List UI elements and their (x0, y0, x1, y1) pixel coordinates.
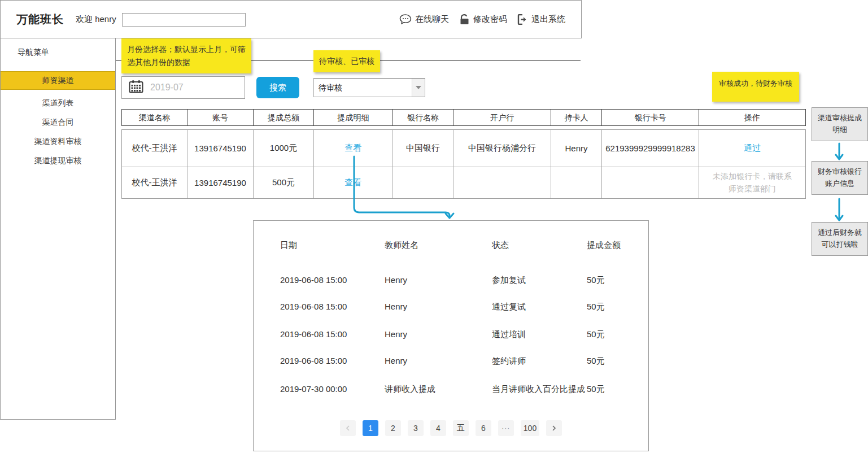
header-search-input[interactable] (122, 13, 246, 27)
sidebar: 导航菜单 师资渠道 渠道列表 渠道合同 渠道资料审核 渠道提现审核 (0, 38, 116, 420)
detail-header-amount: 提成金额 (587, 240, 637, 251)
status-dropdown[interactable]: 待审核 (313, 78, 425, 97)
pagination-page-100[interactable]: 100 (521, 420, 539, 436)
detail-cell-status: 当月讲师收入百分比提成 (492, 384, 587, 395)
pagination: 1 2 3 4 五 6 ··· 100 (254, 420, 648, 436)
commission-detail-panel: 日期 教师姓名 状态 提成金额 2019-06-08 15:00 Henry 参… (253, 220, 649, 451)
column-header-branch: 开户行 (453, 110, 551, 125)
detail-cell-teacher: 讲师收入提成 (385, 384, 492, 395)
pagination-page-6[interactable]: 6 (476, 420, 491, 436)
detail-arrowhead (446, 214, 453, 218)
online-chat-button[interactable]: 在线聊天 (399, 14, 449, 25)
sidebar-menu: 师资渠道 渠道列表 渠道合同 渠道资料审核 渠道提现审核 (1, 71, 115, 170)
pagination-ellipsis[interactable]: ··· (498, 420, 514, 436)
audit-success-note: 审核成功，待财务审核 (712, 72, 799, 102)
logout-icon (517, 14, 528, 25)
sidebar-item-teacher-channel[interactable]: 师资渠道 (1, 71, 115, 90)
logout-button[interactable]: 退出系统 (517, 14, 565, 25)
view-detail-link[interactable]: 查看 (345, 177, 362, 188)
pagination-page-5[interactable]: 五 (453, 420, 469, 436)
detail-cell-amount: 50元 (587, 356, 637, 367)
cell-bank: 中国银行 (393, 130, 453, 167)
sidebar-title: 导航菜单 (1, 38, 115, 58)
sidebar-item-channel-info-audit[interactable]: 渠道资料审核 (1, 132, 115, 151)
cell-account: 13916745190 (187, 167, 254, 198)
sidebar-item-channel-contract[interactable]: 渠道合同 (1, 112, 115, 132)
detail-cell-amount: 50元 (587, 384, 637, 395)
change-password-button[interactable]: 修改密码 (459, 14, 507, 25)
cell-holder: Henry (551, 130, 602, 167)
sidebar-item-channel-withdraw-audit[interactable]: 渠道提现审核 (1, 151, 115, 170)
detail-cell-date: 2019-06-08 15:00 (280, 356, 385, 367)
cell-branch: 中国银行杨浦分行 (453, 130, 551, 167)
status-filter-note: 待审核、已审核 (313, 50, 380, 72)
detail-row: 2019-06-08 15:00 Henry 参加复试 50元 (280, 275, 637, 286)
chevron-down-icon (416, 86, 421, 89)
column-header-bank: 银行名称 (393, 110, 453, 125)
column-header-channel: 渠道名称 (122, 110, 187, 125)
column-header-action: 操作 (699, 110, 805, 125)
detail-cell-amount: 50元 (587, 329, 637, 340)
detail-row: 2019-07-30 00:00 讲师收入提成 当月讲师收入百分比提成 50元 (280, 384, 637, 395)
chevron-left-icon (345, 425, 351, 432)
change-password-label: 修改密码 (473, 14, 507, 25)
pagination-page-4[interactable]: 4 (430, 420, 446, 436)
sidebar-item-channel-list[interactable]: 渠道列表 (1, 93, 115, 112)
dropdown-caret-button[interactable] (412, 79, 425, 97)
cell-card-number: 6219399929999918283 (602, 130, 699, 167)
detail-cell-amount: 50元 (587, 302, 637, 312)
status-dropdown-value: 待审核 (314, 79, 412, 97)
channel-table-body: 校代-王洪洋 13916745190 1000元 查看 中国银行 中国银行杨浦分… (121, 129, 806, 199)
detail-row: 2019-06-08 15:00 Henry 通过培训 50元 (280, 329, 637, 340)
column-header-card: 银行卡号 (602, 110, 699, 125)
column-header-holder: 持卡人 (551, 110, 602, 125)
detail-header-date: 日期 (280, 240, 385, 251)
cell-holder (551, 167, 602, 198)
detail-cell-date: 2019-06-08 15:00 (280, 302, 385, 312)
detail-cell-teacher: Henry (385, 302, 492, 312)
column-header-account: 账号 (187, 110, 254, 125)
column-header-detail: 提成明细 (314, 110, 393, 125)
pagination-page-1[interactable]: 1 (363, 420, 378, 436)
pagination-prev-button[interactable] (340, 420, 356, 436)
app-title: 万能班长 (16, 1, 64, 38)
detail-cell-amount: 50元 (587, 275, 637, 286)
flow-arrowhead-1 (836, 155, 843, 159)
chevron-right-icon (551, 425, 557, 432)
detail-cell-date: 2019-07-30 00:00 (280, 384, 385, 395)
pagination-next-button[interactable] (546, 420, 562, 436)
calendar-icon (122, 80, 149, 95)
detail-cell-status: 通过复试 (492, 302, 587, 312)
welcome-text: 欢迎 henry (76, 1, 116, 38)
month-picker-note: 月份选择器；默认显示上月，可筛选其他月份的数据 (121, 38, 251, 73)
flow-step-finance-audit: 财务审核银行账户信息 (812, 161, 868, 195)
logout-label: 退出系统 (531, 14, 565, 25)
pagination-page-2[interactable]: 2 (385, 420, 401, 436)
cell-channel-name: 校代-王洪洋 (122, 130, 187, 167)
view-detail-link[interactable]: 查看 (345, 143, 362, 154)
top-header-bar: 万能班长 欢迎 henry 在线聊天 修改密码 退出系统 (0, 0, 582, 38)
detail-header-teacher: 教师姓名 (385, 240, 492, 251)
detail-cell-status: 签约讲师 (492, 356, 587, 367)
detail-table-header: 日期 教师姓名 状态 提成金额 (280, 240, 637, 251)
flow-step-audit-commission: 渠道审核提成明细 (812, 107, 868, 141)
cell-account: 13916745190 (187, 130, 254, 167)
pagination-page-3[interactable]: 3 (408, 420, 424, 436)
detail-cell-date: 2019-06-08 15:00 (280, 275, 385, 286)
detail-row: 2019-06-08 15:00 Henry 通过复试 50元 (280, 302, 637, 312)
detail-cell-teacher: Henry (385, 356, 492, 367)
month-picker-field[interactable] (121, 76, 245, 99)
detail-cell-date: 2019-06-08 15:00 (280, 329, 385, 340)
search-button[interactable]: 搜索 (256, 77, 299, 98)
flow-step-payout: 通过后财务就可以打钱啦 (812, 222, 868, 256)
flow-arrowhead-2 (836, 216, 843, 220)
detail-cell-teacher: Henry (385, 329, 492, 340)
detail-cell-teacher: Henry (385, 275, 492, 286)
cell-bank (393, 167, 453, 198)
cell-branch (453, 167, 551, 198)
channel-table-header: 渠道名称 账号 提成总额 提成明细 银行名称 开户行 持卡人 银行卡号 操作 (121, 109, 806, 126)
chat-bubble-icon (399, 14, 412, 24)
approve-link[interactable]: 通过 (744, 143, 761, 154)
page-canvas: 万能班长 欢迎 henry 在线聊天 修改密码 退出系统 (0, 0, 868, 453)
month-picker-input[interactable] (149, 82, 245, 93)
